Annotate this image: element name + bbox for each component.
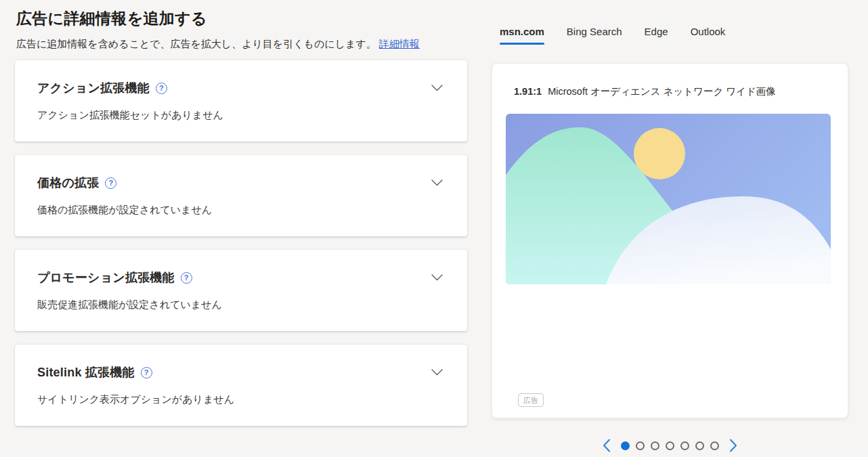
- carousel-dot-6[interactable]: [695, 441, 704, 450]
- placeholder-landscape-illustration: [506, 114, 831, 284]
- chevron-right-icon[interactable]: [729, 439, 737, 452]
- ad-extensions-section: 広告に詳細情報を追加する 広告に追加情報を含めることで、広告を拡大し、より目を引…: [15, 7, 467, 439]
- ad-format-label: 1.91:1Microsoft オーディエンス ネットワーク ワイド画像: [514, 85, 776, 98]
- extension-card-header[interactable]: 価格の拡張 ?: [37, 175, 447, 191]
- carousel-dot-2[interactable]: [636, 441, 645, 450]
- ad-badge: 広告: [518, 393, 544, 407]
- page-title: 広告に詳細情報を追加する: [16, 8, 467, 29]
- preview-carousel: [492, 439, 848, 452]
- chevron-down-icon[interactable]: [431, 369, 443, 376]
- extension-status-text: アクション拡張機能セットがありません: [37, 109, 447, 122]
- extension-card-header[interactable]: Sitelink 拡張機能 ?: [37, 364, 447, 380]
- preview-tab-outlook[interactable]: Outlook: [691, 26, 726, 45]
- extension-status-text: サイトリンク表示オプションがありません: [37, 393, 447, 406]
- extension-title: Sitelink 拡張機能: [37, 364, 135, 380]
- extension-title: 価格の拡張: [37, 175, 99, 191]
- chevron-down-icon[interactable]: [431, 179, 443, 186]
- help-icon[interactable]: ?: [141, 367, 152, 378]
- extension-card: Sitelink 拡張機能 ? サイトリンク表示オプションがありません: [15, 345, 467, 426]
- chevron-down-icon[interactable]: [431, 85, 443, 91]
- ad-preview-card: 1.91:1Microsoft オーディエンス ネットワーク ワイド画像 広告: [492, 63, 848, 418]
- extension-title: アクション拡張機能: [37, 80, 150, 96]
- chevron-down-icon[interactable]: [431, 274, 443, 281]
- extension-card-header[interactable]: プロモーション拡張機能 ?: [37, 269, 447, 286]
- extension-title: プロモーション拡張機能: [37, 269, 175, 286]
- extension-card: アクション拡張機能 ? アクション拡張機能セットがありません: [15, 60, 467, 142]
- extension-card: 価格の拡張 ? 価格の拡張機能が設定されていません: [15, 155, 467, 236]
- preview-tab-msn-com[interactable]: msn.com: [500, 26, 544, 45]
- ad-placeholder-image: [506, 114, 831, 284]
- extension-status-text: 価格の拡張機能が設定されていません: [37, 204, 447, 217]
- preview-surface-tabs: msn.com Bing Search Edge Outlook: [500, 26, 725, 45]
- carousel-dot-5[interactable]: [680, 441, 689, 450]
- preview-tab-edge[interactable]: Edge: [645, 26, 668, 45]
- extensions-list: アクション拡張機能 ? アクション拡張機能セットがありません 価格の拡張 ? 価…: [15, 60, 467, 426]
- carousel-dots: [621, 441, 719, 450]
- carousel-dot-4[interactable]: [666, 441, 674, 450]
- ad-format-ratio: 1.91:1: [514, 86, 542, 97]
- page-subtitle-text: 広告に追加情報を含めることで、広告を拡大し、より目を引くものにします。: [16, 38, 376, 49]
- carousel-dot-7[interactable]: [710, 441, 719, 450]
- extension-card-header[interactable]: アクション拡張機能 ?: [37, 80, 447, 96]
- carousel-dot-3[interactable]: [651, 441, 659, 450]
- help-icon[interactable]: ?: [105, 177, 116, 189]
- extension-card: プロモーション拡張機能 ? 販売促進拡張機能が設定されていません: [15, 250, 467, 331]
- extension-status-text: 販売促進拡張機能が設定されていません: [37, 299, 447, 311]
- help-icon[interactable]: ?: [156, 83, 167, 94]
- ad-format-name: Microsoft オーディエンス ネットワーク ワイド画像: [548, 86, 776, 97]
- carousel-dot-1[interactable]: [621, 441, 630, 450]
- page-subtitle: 広告に追加情報を含めることで、広告を拡大し、より目を引くものにします。 詳細情報: [16, 36, 464, 51]
- preview-tab-bing-search[interactable]: Bing Search: [567, 26, 622, 45]
- chevron-left-icon[interactable]: [603, 439, 611, 452]
- learn-more-link[interactable]: 詳細情報: [379, 38, 420, 49]
- help-icon[interactable]: ?: [181, 272, 192, 284]
